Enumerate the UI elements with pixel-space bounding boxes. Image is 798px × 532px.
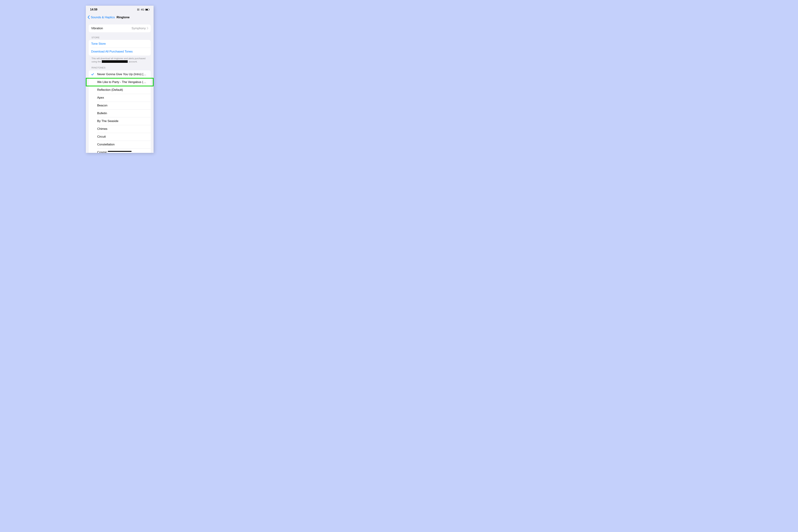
ringtone-row[interactable]: Bulletin [89,109,151,117]
ringtone-label: Never Gonna Give You Up (Intro) [Origi… [97,73,148,76]
ringtone-label: Chimes [97,127,148,131]
footer-text-post: account. [129,60,137,63]
ringtone-row[interactable]: Constellation [89,140,151,148]
store-group: Tone Store Download All Purchased Tones [89,40,151,56]
tone-store-link[interactable]: Tone Store [91,42,148,45]
ringtone-label: By The Seaside [97,119,148,123]
download-all-row[interactable]: Download All Purchased Tones [89,48,151,56]
redacted-account [102,60,128,63]
status-right: 4G [137,8,149,11]
chevron-right-icon [147,26,148,30]
phone-frame: 14:59 4G Sounds & Haptics Ringtone [86,6,154,153]
back-button[interactable]: Sounds & Haptics [91,16,115,19]
ringtone-label: Reflection (Default) [97,88,148,92]
ringtone-row[interactable]: Beacon [89,101,151,109]
battery-icon [145,8,149,11]
store-section-footer: This will download all ringtones and ale… [92,57,151,63]
tone-store-row[interactable]: Tone Store [89,40,151,48]
vibration-group: Vibration Symphony [89,24,151,32]
page-background: 14:59 4G Sounds & Haptics Ringtone [0,0,240,159]
vibration-label: Vibration [91,26,132,30]
signal-strength-icon [137,9,140,11]
checkmark-icon [91,73,97,76]
ringtone-row[interactable]: Circuit [89,133,151,140]
ringtone-row[interactable]: We Like to Party - The Vengabus (Ring… [89,78,151,86]
download-all-link[interactable]: Download All Purchased Tones [91,50,148,53]
ringtone-row[interactable]: Cosmic [89,148,151,153]
ringtone-label: Bulletin [97,112,148,115]
ringtones-list: Never Gonna Give You Up (Intro) [Origi…W… [89,70,151,153]
ringtone-label: Apex [97,96,148,99]
back-chevron-icon[interactable] [88,15,90,20]
ringtone-row[interactable]: Apex [89,94,151,101]
status-bar: 14:59 4G [86,6,154,14]
ringtone-row[interactable]: By The Seaside [89,117,151,125]
ringtone-label: We Like to Party - The Vengabus (Ring… [97,80,148,84]
home-indicator [108,151,132,152]
store-section-header: STORE [92,36,151,39]
ringtone-row[interactable]: Reflection (Default) [89,86,151,94]
ringtones-section-header: RINGTONES [92,66,151,69]
status-time: 14:59 [90,8,97,11]
network-label: 4G [141,8,144,11]
content-area: Vibration Symphony STORE Tone Store Down… [86,21,154,153]
vibration-row[interactable]: Vibration Symphony [89,24,151,32]
ringtone-label: Beacon [97,104,148,107]
ringtone-row[interactable]: Chimes [89,125,151,133]
vibration-value: Symphony [132,26,146,30]
ringtone-label: Constellation [97,143,148,146]
ringtone-row[interactable]: Never Gonna Give You Up (Intro) [Origi… [89,70,151,78]
page-title: Ringtone [116,16,130,19]
ringtone-label: Circuit [97,135,148,138]
navigation-bar: Sounds & Haptics Ringtone [86,14,154,21]
